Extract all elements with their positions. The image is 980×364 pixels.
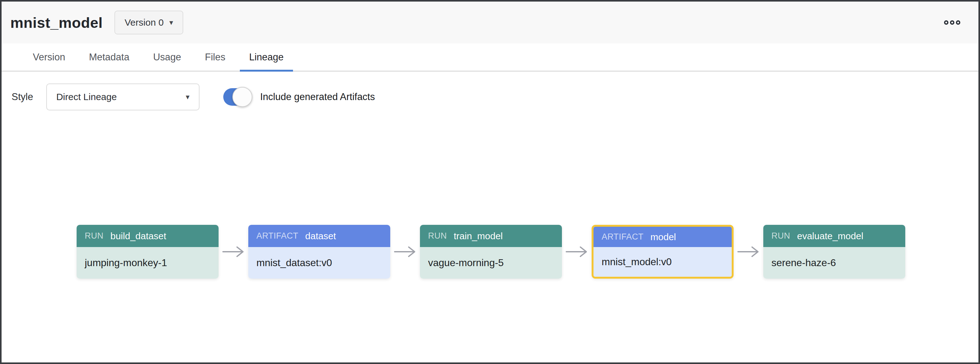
- style-select-value: Direct Lineage: [56, 92, 117, 102]
- chevron-down-icon: ▾: [186, 93, 189, 101]
- dot-icon: [944, 20, 948, 25]
- node-name: dataset: [305, 231, 336, 242]
- node-model-selected[interactable]: ARTIFACT model mnist_model:v0: [592, 225, 733, 279]
- lineage-controls: Style Direct Lineage ▾ Include generated…: [2, 72, 978, 110]
- overflow-menu-button[interactable]: [941, 17, 963, 28]
- dot-icon: [956, 20, 960, 25]
- toggle-knob: [232, 87, 252, 107]
- include-artifacts-label: Include generated Artifacts: [260, 91, 375, 103]
- edge-arrow-icon: [219, 246, 248, 258]
- tab-files[interactable]: Files: [193, 43, 237, 71]
- version-selector-button[interactable]: Version 0 ▾: [115, 11, 183, 34]
- node-train-model[interactable]: RUN train_model vague-morning-5: [420, 225, 562, 279]
- tab-lineage[interactable]: Lineage: [237, 43, 296, 71]
- chevron-down-icon: ▾: [169, 19, 173, 26]
- node-dataset[interactable]: ARTIFACT dataset mnist_dataset:v0: [248, 225, 390, 279]
- include-artifacts-toggle[interactable]: [223, 88, 251, 106]
- version-selector-label: Version 0: [124, 17, 164, 28]
- lineage-graph: RUN build_dataset jumping-monkey-1 ARTIF…: [76, 225, 905, 279]
- tab-usage[interactable]: Usage: [142, 43, 193, 71]
- node-header: RUN build_dataset: [76, 225, 219, 247]
- node-header: RUN evaluate_model: [763, 225, 905, 247]
- dot-icon: [950, 20, 955, 25]
- tab-version[interactable]: Version: [21, 43, 77, 71]
- node-type-badge: RUN: [428, 231, 447, 241]
- node-build-dataset[interactable]: RUN build_dataset jumping-monkey-1: [76, 225, 219, 279]
- node-name: build_dataset: [110, 231, 166, 242]
- node-type-badge: ARTIFACT: [256, 231, 298, 241]
- lineage-style-select[interactable]: Direct Lineage ▾: [46, 84, 199, 110]
- tab-metadata[interactable]: Metadata: [77, 43, 141, 71]
- node-name: evaluate_model: [797, 231, 863, 242]
- node-id: mnist_dataset:v0: [248, 247, 390, 279]
- node-id: jumping-monkey-1: [76, 247, 219, 279]
- node-type-badge: ARTIFACT: [601, 232, 644, 242]
- node-type-badge: RUN: [772, 231, 790, 241]
- node-evaluate-model[interactable]: RUN evaluate_model serene-haze-6: [763, 225, 905, 279]
- edge-arrow-icon: [562, 246, 592, 258]
- node-header: ARTIFACT model: [593, 227, 732, 247]
- node-type-badge: RUN: [85, 231, 103, 241]
- page-title: mnist_model: [10, 14, 103, 31]
- node-header: ARTIFACT dataset: [248, 225, 390, 247]
- node-id: mnist_model:v0: [593, 247, 732, 277]
- tab-bar: Version Metadata Usage Files Lineage: [2, 43, 978, 72]
- edge-arrow-icon: [390, 246, 420, 258]
- node-id: serene-haze-6: [763, 247, 905, 279]
- page-header: mnist_model Version 0 ▾: [2, 2, 978, 43]
- node-name: model: [651, 232, 676, 242]
- node-name: train_model: [454, 231, 503, 242]
- artifact-page: mnist_model Version 0 ▾ Version Metadata…: [0, 0, 980, 364]
- node-header: RUN train_model: [420, 225, 562, 247]
- style-label: Style: [11, 91, 33, 103]
- lineage-panel: Style Direct Lineage ▾ Include generated…: [2, 72, 978, 362]
- edge-arrow-icon: [733, 246, 763, 258]
- node-id: vague-morning-5: [420, 247, 562, 279]
